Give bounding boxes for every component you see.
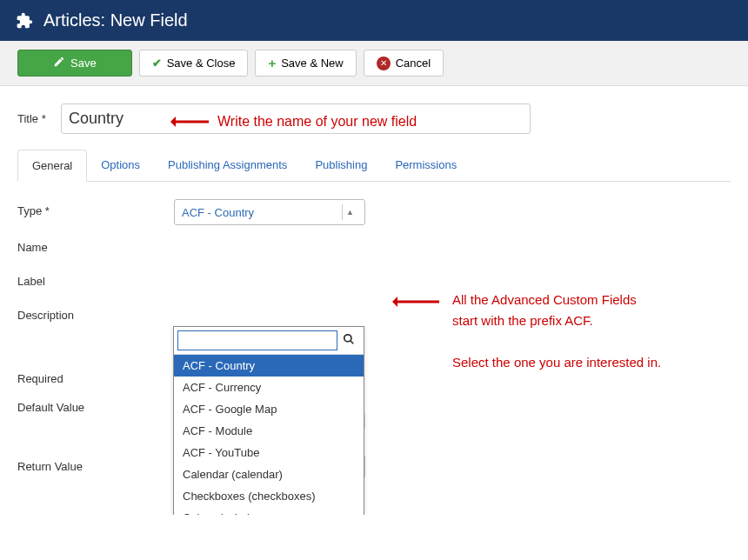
page-header: Articles: New Field xyxy=(0,0,748,41)
dropdown-item-calendar[interactable]: Calendar (calendar) xyxy=(174,463,364,485)
dropdown-item-colour[interactable]: Colour (color) xyxy=(174,507,364,515)
dropdown-search-row xyxy=(174,327,364,355)
save-new-label: Save & New xyxy=(281,57,344,70)
puzzle-icon xyxy=(16,12,33,30)
type-dropdown-panel: ACF - Country ACF - Currency ACF - Googl… xyxy=(173,326,364,515)
page-title: Articles: New Field xyxy=(43,10,188,30)
return-value-label: Return Value xyxy=(17,455,174,473)
annot-line1: All the Advanced Custom Fields xyxy=(452,292,637,307)
cancel-icon: ✕ xyxy=(377,57,391,70)
check-icon: ✔ xyxy=(152,57,162,70)
tabs: General Options Publishing Assignments P… xyxy=(17,150,731,182)
dropdown-list[interactable]: ACF - Country ACF - Currency ACF - Googl… xyxy=(174,355,364,515)
dropdown-item-acf-currency[interactable]: ACF - Currency xyxy=(174,377,364,398)
dropdown-item-acf-module[interactable]: ACF - Module xyxy=(174,420,364,442)
save-close-label: Save & Close xyxy=(167,57,236,70)
save-close-button[interactable]: ✔ Save & Close xyxy=(139,50,249,77)
field-label-row: Label xyxy=(17,270,731,288)
name-label: Name xyxy=(17,236,174,254)
dropdown-item-checkboxes[interactable]: Checkboxes (checkboxes) xyxy=(174,485,364,507)
type-annotation: All the Advanced Custom Fields start wit… xyxy=(387,290,661,373)
search-icon[interactable] xyxy=(337,333,360,348)
svg-line-1 xyxy=(351,341,354,344)
save-button[interactable]: Save xyxy=(17,50,132,77)
type-label: Type * xyxy=(17,199,174,217)
field-name-row: Name xyxy=(17,236,731,254)
annot-line3: Select the one you are interested in. xyxy=(452,355,661,370)
dropdown-search-input[interactable] xyxy=(177,330,337,350)
required-label: Required xyxy=(17,367,174,385)
tab-permissions[interactable]: Permissions xyxy=(381,150,471,181)
tab-publishing-assignments[interactable]: Publishing Assignments xyxy=(154,150,301,181)
tab-publishing[interactable]: Publishing xyxy=(301,150,381,181)
tab-options[interactable]: Options xyxy=(87,150,154,181)
type-selected: ACF - Country xyxy=(182,206,254,219)
caret-up-icon: ▲ xyxy=(342,204,357,220)
default-value-label: Default Value xyxy=(17,396,174,414)
arrow-left-icon xyxy=(387,297,439,307)
pencil-icon xyxy=(53,56,65,70)
title-input[interactable] xyxy=(61,103,531,134)
label-label: Label xyxy=(17,270,174,288)
dropdown-item-acf-youtube[interactable]: ACF - YouTube xyxy=(174,442,364,463)
cancel-label: Cancel xyxy=(396,57,431,70)
title-label: Title * xyxy=(17,112,52,125)
annot-line2: start with the prefix ACF. xyxy=(452,313,593,328)
field-type-row: Type * ACF - Country ▲ xyxy=(17,199,731,225)
title-row: Title * Write the name of your new field xyxy=(17,103,731,134)
type-select[interactable]: ACF - Country ▲ xyxy=(174,199,365,225)
save-label: Save xyxy=(70,57,97,70)
type-annotation-text: All the Advanced Custom Fields start wit… xyxy=(452,290,661,373)
description-label: Description xyxy=(17,303,174,322)
field-default-row: Default Value xyxy=(17,396,731,429)
dropdown-item-acf-google-map[interactable]: ACF - Google Map xyxy=(174,398,364,420)
form-area: Title * Write the name of your new field… xyxy=(0,86,748,515)
cancel-button[interactable]: ✕ Cancel xyxy=(364,50,444,77)
svg-point-0 xyxy=(344,335,351,342)
dropdown-item-acf-country[interactable]: ACF - Country xyxy=(174,355,364,377)
tab-general[interactable]: General xyxy=(17,150,87,182)
save-new-button[interactable]: + Save & New xyxy=(255,50,356,77)
toolbar: Save ✔ Save & Close + Save & New ✕ Cance… xyxy=(0,41,748,86)
field-return-row: Return Value Country Name ▼ xyxy=(17,455,731,478)
plus-icon: + xyxy=(268,56,276,70)
